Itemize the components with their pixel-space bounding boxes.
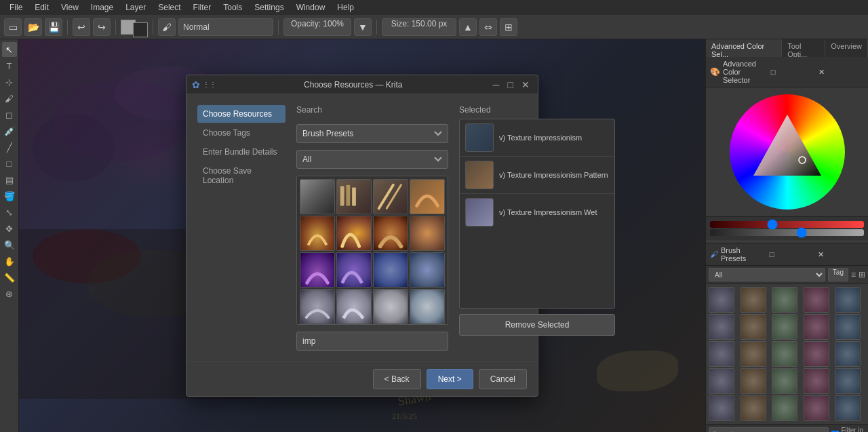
brush-thumb-2[interactable] (336, 179, 372, 214)
preset-thumb-6[interactable] (709, 314, 734, 340)
preset-thumb-15[interactable] (835, 341, 861, 367)
brush-category-filter[interactable]: All (709, 268, 825, 281)
cancel-button[interactable]: Cancel (479, 369, 527, 389)
brush-thumb-14[interactable] (336, 289, 372, 324)
brush-search-input[interactable] (296, 332, 448, 351)
preset-thumb-19[interactable] (804, 368, 829, 394)
brush-tool[interactable]: 🖌 (2, 91, 17, 106)
wizard-step-choose-resources[interactable]: Choose Resources (197, 105, 285, 123)
save-button[interactable]: 💾 (45, 18, 62, 36)
next-button[interactable]: Next > (427, 369, 473, 389)
menu-settings[interactable]: Settings (249, 1, 289, 14)
preset-thumb-2[interactable] (741, 287, 766, 313)
new-button[interactable]: ▭ (4, 18, 22, 36)
color-wheel[interactable] (730, 94, 845, 210)
color-selector-float[interactable]: □ (771, 68, 816, 76)
brush-thumb-12[interactable] (410, 252, 445, 288)
transform-tool[interactable]: ⤡ (2, 205, 17, 220)
brush-preset-search[interactable] (709, 427, 829, 432)
preset-thumb-20[interactable] (835, 368, 861, 394)
brush-thumb-4[interactable] (410, 179, 445, 214)
wizard-step-choose-tags[interactable]: Choose Tags (197, 124, 285, 142)
menu-window[interactable]: Window (291, 1, 331, 14)
preset-thumb-10[interactable] (835, 314, 861, 340)
menu-help[interactable]: Help (332, 1, 359, 14)
menu-image[interactable]: Image (85, 1, 119, 14)
color-wheel-area[interactable] (706, 87, 868, 216)
measure-tool[interactable]: 📏 (2, 270, 17, 285)
brush-thumb-15[interactable] (373, 289, 408, 324)
brush-thumb-10[interactable] (336, 252, 372, 288)
brush-thumb-8[interactable] (410, 216, 445, 251)
preset-thumb-17[interactable] (741, 368, 766, 394)
tag-filter-select[interactable]: All (296, 150, 448, 169)
preset-thumb-23[interactable] (772, 395, 797, 421)
size-up[interactable]: ▲ (459, 18, 477, 36)
preset-thumb-1[interactable] (709, 287, 734, 313)
preset-thumb-21[interactable] (709, 395, 734, 421)
preset-thumb-24[interactable] (804, 395, 829, 421)
mirror-button[interactable]: ⇔ (479, 18, 497, 36)
preset-thumb-18[interactable] (772, 368, 797, 394)
dialog-close[interactable]: ✕ (519, 79, 532, 90)
move-tool[interactable]: ✥ (2, 221, 17, 236)
open-button[interactable]: 📂 (24, 18, 42, 36)
brush-presets-close[interactable]: ✕ (818, 250, 864, 259)
brush-thumb-7[interactable] (373, 216, 408, 251)
wrap-button[interactable]: ⊞ (500, 18, 517, 36)
color-triangle[interactable] (747, 111, 828, 193)
menu-view[interactable]: View (56, 1, 84, 14)
pan-tool[interactable]: ✋ (2, 254, 17, 269)
undo-button[interactable]: ↩ (73, 18, 90, 36)
menu-file[interactable]: File (4, 1, 28, 14)
tab-overview[interactable]: Overview (825, 39, 868, 57)
preset-thumb-4[interactable] (804, 287, 829, 313)
brush-thumb-16[interactable] (410, 289, 445, 324)
resource-type-select[interactable]: Brush Presets (296, 124, 448, 143)
value-slider[interactable] (710, 229, 864, 236)
dialog-restore[interactable]: □ (505, 79, 516, 90)
menu-select[interactable]: Select (153, 1, 186, 14)
opacity-arrow[interactable]: ▼ (354, 18, 372, 36)
select-tool[interactable]: ↖ (2, 42, 17, 57)
brush-presets-float[interactable]: □ (770, 250, 816, 258)
text-tool[interactable]: T (2, 58, 17, 73)
redo-button[interactable]: ↪ (93, 18, 111, 36)
preset-thumb-16[interactable] (709, 368, 734, 394)
brush-thumb-13[interactable] (300, 289, 335, 324)
preset-thumb-12[interactable] (741, 341, 766, 367)
brush-thumb-11[interactable] (373, 252, 408, 288)
selected-item-3[interactable]: v) Texture Impressionism Wet (460, 194, 614, 231)
smart-patch-tool[interactable]: ⊛ (2, 286, 17, 301)
preset-thumb-25[interactable] (835, 395, 861, 421)
brush-thumb-3[interactable] (373, 179, 408, 214)
eyedropper-tool[interactable]: 💉 (2, 123, 17, 138)
menu-edit[interactable]: Edit (29, 1, 54, 14)
dialog-minimize[interactable]: ─ (490, 79, 502, 90)
blending-mode-select[interactable]: Normal (178, 18, 273, 36)
fill-tool[interactable]: 🪣 (2, 189, 17, 203)
preset-thumb-3[interactable] (772, 287, 797, 313)
zoom-tool[interactable]: 🔍 (2, 237, 17, 252)
wizard-step-enter-bundle-details[interactable]: Enter Bundle Details (197, 143, 285, 161)
background-color[interactable] (133, 22, 148, 37)
selected-item-2[interactable]: v) Texture Impressionism Pattern (460, 157, 614, 194)
list-view-btn[interactable]: ≡ (851, 270, 856, 279)
brush-preset-grid[interactable] (296, 176, 448, 325)
canvas-area[interactable]: Shawn 21/5/25 ✿ ⋮⋮ Choose Resources — Kr… (19, 39, 705, 432)
shape-tool[interactable]: □ (2, 156, 17, 171)
remove-selected-button[interactable]: Remove Selected (459, 314, 615, 336)
menu-tools[interactable]: Tools (218, 1, 248, 14)
brush-icon[interactable]: 🖌 (158, 18, 176, 36)
brush-thumb-9[interactable] (300, 252, 335, 288)
tab-advanced-color-selector[interactable]: Advanced Color Sel... (706, 39, 782, 57)
gradient-tool[interactable]: ▤ (2, 172, 17, 187)
preset-thumb-13[interactable] (772, 341, 797, 367)
line-tool[interactable]: ╱ (2, 140, 17, 155)
crop-tool[interactable]: ⊹ (2, 75, 17, 90)
brush-thumb-1[interactable] (300, 179, 335, 214)
selected-items-list[interactable]: v) Texture Impressionism v) Texture Impr… (459, 119, 615, 309)
menu-filter[interactable]: Filter (188, 1, 217, 14)
eraser-tool[interactable]: ◻ (2, 107, 17, 122)
preset-thumb-7[interactable] (741, 314, 766, 340)
